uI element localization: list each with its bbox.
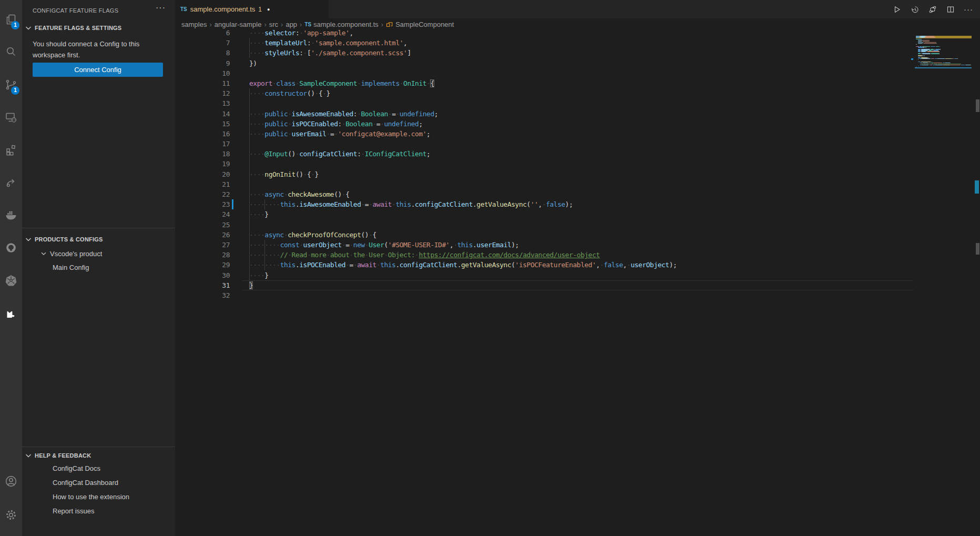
code-line-27[interactable]: 27········const·userObject·=·new·User('#… — [175, 240, 913, 250]
tab-sample-component[interactable]: TS sample.component.ts 1 ● — [175, 0, 329, 18]
token: 'configcat@example.com' — [338, 130, 427, 138]
code-text: ····async·checkProofOfConcept()·{ — [249, 230, 376, 240]
tree-item-config[interactable]: Main Config — [53, 262, 89, 274]
split-editor-button[interactable] — [945, 4, 956, 15]
token: undefined — [400, 110, 434, 118]
code-line-23[interactable]: 23········this.isAwesomeEnabled·=·await·… — [175, 199, 913, 209]
code-line-19[interactable]: 19 — [175, 159, 913, 169]
connect-config-button[interactable]: Connect Config — [33, 63, 163, 77]
code-line-13[interactable]: 13 — [175, 98, 913, 108]
code-line-17[interactable]: 17 — [175, 139, 913, 149]
tree-item-product[interactable]: Vscode's product — [40, 248, 102, 259]
token: · — [361, 150, 365, 158]
code-line-30[interactable]: 30····} — [175, 270, 913, 280]
token: checkAwesome — [288, 190, 334, 198]
code-line-24[interactable]: 24····} — [175, 209, 913, 219]
line-number: 29 — [175, 260, 230, 270]
code-line-15[interactable]: 15····public·isPOCEnabled:·Boolean·=·und… — [175, 119, 913, 129]
breadcrumb-item-angular-sample[interactable]: angular-sample — [215, 21, 262, 28]
code-text: ····public·userEmail·=·'configcat@exampl… — [249, 129, 430, 139]
timeline-button[interactable] — [910, 4, 920, 15]
help-link-report-issues[interactable]: Report issues — [53, 505, 94, 517]
docker-icon — [5, 209, 17, 221]
activity-item-kubernetes[interactable] — [0, 264, 22, 297]
activity-item-github[interactable] — [0, 231, 22, 264]
code-text: ····styleUrls:·['./sample.component.scss… — [249, 48, 411, 58]
run-button[interactable] — [892, 4, 902, 15]
code-text: ····public·isPOCEnabled:·Boolean·=·undef… — [249, 119, 423, 129]
help-link-configcat-dashboard[interactable]: ConfigCat Dashboard — [53, 477, 118, 489]
activity-item-accounts[interactable] — [0, 464, 22, 498]
minimap[interactable] — [915, 29, 973, 76]
section-help-feedback[interactable]: HELP & FEEDBACK — [24, 450, 91, 461]
code-line-28[interactable]: 28········//·Read·more·about·the·User·Ob… — [175, 250, 913, 260]
token: userObject — [303, 241, 342, 249]
code-editor[interactable]: 6····selector:·'app-sample',7····templat… — [175, 30, 980, 536]
breadcrumb-item-app[interactable]: app — [285, 21, 297, 28]
breadcrumb-item-src[interactable]: src — [269, 21, 278, 28]
line-number: 24 — [175, 209, 230, 219]
breadcrumb-separator-icon: › — [281, 21, 283, 28]
section-label: FEATURE FLAGS & SETTINGS — [35, 25, 121, 31]
breadcrumb-item-samplecomponent[interactable]: SampleComponent — [386, 21, 454, 28]
tab-problem-count: 1 — [258, 6, 262, 13]
token: undefined — [384, 120, 418, 128]
code-line-21[interactable]: 21 — [175, 179, 913, 189]
code-line-26[interactable]: 26····async·checkProofOfConcept()·{ — [175, 230, 913, 240]
activity-item-source-control[interactable]: 1 — [0, 68, 22, 101]
activity-badge: 1 — [11, 86, 19, 95]
breadcrumb-item-sample-component-ts[interactable]: TSsample.component.ts — [304, 21, 378, 28]
code-line-7[interactable]: 7····templateUrl:·'sample.component.html… — [175, 38, 913, 48]
token: ···· — [249, 170, 264, 178]
code-line-6[interactable]: 6····selector:·'app-sample', — [175, 30, 913, 38]
activity-item-configcat[interactable] — [0, 297, 22, 329]
activity-item-explorer[interactable]: 1 — [0, 3, 22, 36]
code-line-16[interactable]: 16····public·userEmail·=·'configcat@exam… — [175, 129, 913, 139]
code-line-32[interactable]: 32 — [175, 290, 913, 300]
remote-explorer-icon — [5, 111, 17, 124]
code-line-8[interactable]: 8····styleUrls:·['./sample.component.scs… — [175, 48, 913, 58]
token: · — [384, 251, 387, 259]
code-line-25[interactable]: 25 — [175, 220, 913, 230]
code-line-29[interactable]: 29········this.isPOCEnabled·=·await·this… — [175, 260, 913, 270]
help-link-configcat-docs[interactable]: ConfigCat Docs — [53, 463, 100, 474]
comment-link[interactable]: https://configcat.com/docs/advanced/user… — [418, 251, 599, 259]
help-link-how-to-use-the-extension[interactable]: How to use the extension — [53, 491, 129, 503]
token: . — [457, 261, 461, 269]
activity-item-live-share[interactable] — [0, 166, 22, 199]
sidebar-more-actions-icon[interactable]: ··· — [156, 3, 166, 13]
tab-dirty-indicator-icon: ● — [267, 7, 270, 12]
code-line-11[interactable]: 11export·class·SampleComponent·implement… — [175, 78, 913, 88]
code-line-31[interactable]: 31} — [175, 280, 913, 290]
token: · — [350, 241, 353, 249]
line-number: 6 — [175, 30, 230, 38]
token: · — [345, 261, 349, 269]
section-feature-flags[interactable]: FEATURE FLAGS & SETTINGS — [24, 22, 121, 34]
code-line-12[interactable]: 12····constructor()·{·} — [175, 88, 913, 98]
code-line-18[interactable]: 18····@Input()·configCatClient:·IConfigC… — [175, 149, 913, 159]
code-line-22[interactable]: 22····async·checkAwesome()·{ — [175, 189, 913, 199]
search-icon — [5, 46, 17, 58]
section-products-configs[interactable]: PRODUCTS & CONFIGS — [24, 234, 103, 245]
token: 'sample.component.html' — [315, 39, 404, 47]
code-line-20[interactable]: 20····ngOnInit()·{·} — [175, 169, 913, 179]
token: } — [315, 170, 319, 178]
code-line-10[interactable]: 10 — [175, 68, 913, 78]
token: User — [369, 251, 384, 259]
activity-item-settings[interactable] — [0, 498, 22, 532]
code-text: ········this.isAwesomeEnabled·=·await·th… — [249, 199, 573, 209]
activity-bar: 11 — [0, 0, 22, 536]
activity-item-search[interactable] — [0, 36, 22, 68]
token: ; — [426, 130, 430, 138]
activity-item-extensions[interactable] — [0, 134, 22, 166]
breadcrumb-item-samples[interactable]: samples — [181, 21, 207, 28]
code-line-9[interactable]: 9}) — [175, 58, 913, 68]
more-button[interactable]: ··· — [963, 4, 974, 15]
kubernetes-icon — [5, 274, 17, 287]
activity-item-docker[interactable] — [0, 199, 22, 231]
token: ( — [384, 241, 387, 249]
activity-item-remote-explorer[interactable] — [0, 101, 22, 134]
token: : — [357, 150, 361, 158]
code-line-14[interactable]: 14····public·isAwesomeEnabled:·Boolean·=… — [175, 109, 913, 119]
compare-changes-button[interactable] — [927, 4, 938, 15]
